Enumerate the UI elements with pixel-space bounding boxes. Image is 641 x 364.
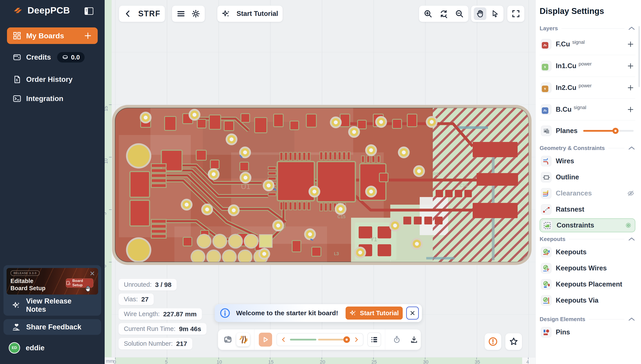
geometry-row-constraints[interactable]: Constraints [540, 218, 635, 232]
avatar: ED [9, 342, 20, 354]
clearances-icon [541, 188, 551, 198]
welcome-toast: Welcome to the starter kit board! Start … [215, 304, 422, 322]
fullscreen-button[interactable] [507, 6, 525, 22]
horizontal-ruler: mm 051015202530354 [105, 357, 535, 364]
next-solution-icon[interactable] [353, 337, 359, 342]
keepouts-row-placement[interactable]: Keepouts Placement [540, 276, 635, 292]
planes-opacity-slider[interactable] [583, 130, 633, 132]
solution-list-icon [370, 336, 378, 344]
zoom-out-icon[interactable] [455, 9, 464, 18]
chevron-up-icon[interactable] [628, 26, 635, 31]
sidebar-item-my-boards[interactable]: My Boards [7, 28, 98, 44]
layer-row-in1cu[interactable]: In1.Cu power [540, 55, 635, 77]
promo-close-icon[interactable]: ✕ [90, 270, 95, 277]
share-feedback-button[interactable]: Share Feedback [4, 319, 101, 335]
keepouts-row-all[interactable]: Keepouts [540, 244, 635, 260]
toast-message: Welcome to the starter kit board! [236, 309, 346, 317]
section-design-elements[interactable]: Design Elements [540, 314, 635, 324]
play-icon [262, 336, 269, 343]
keepouts-placement-icon [541, 279, 551, 290]
solution-slider[interactable] [277, 333, 364, 346]
chevron-up-icon[interactable] [628, 146, 635, 151]
refdes-label: U1 [241, 182, 250, 190]
issues-warning-button[interactable] [485, 333, 502, 350]
sparkle-icon [349, 309, 357, 317]
add-layer-rule-button[interactable] [627, 84, 634, 92]
prev-solution-icon[interactable] [281, 337, 287, 342]
geometry-row-clearances[interactable]: Clearances [540, 185, 635, 202]
keepouts-wires-icon [541, 263, 551, 274]
pan-hand-tool[interactable] [474, 8, 486, 20]
visibility-off-icon[interactable] [627, 190, 634, 197]
solution-list-button[interactable] [367, 332, 381, 347]
layer-row-fcu[interactable]: F.Cu signal [540, 33, 635, 55]
layer-row-in2cu[interactable]: In2.Cu power [540, 77, 635, 98]
warning-icon [488, 336, 498, 346]
pcb-canvas[interactable]: U1Y1C15C13R5L3 151050 mm 051015202530354… [105, 0, 535, 364]
toast-close-button[interactable] [406, 306, 419, 320]
refdes-label: C15 [337, 214, 346, 219]
promo-title: Editable Board Setup [11, 278, 46, 292]
highlight-sun-icon[interactable] [625, 222, 632, 229]
favorite-button[interactable] [505, 333, 522, 350]
geometry-row-ratsnest[interactable]: Ratsnest [540, 202, 635, 218]
solution-track[interactable] [290, 339, 350, 340]
add-board-icon[interactable] [84, 32, 92, 40]
user-account[interactable]: ED eddie [9, 342, 45, 354]
view-release-notes-button[interactable]: View Release Notes [4, 298, 101, 313]
close-icon [409, 310, 416, 316]
stopwatch-icon [393, 336, 401, 344]
release-promo-card: RELEASE 3.3.0 Editable Board Setup Board… [4, 265, 101, 316]
stat-solution-number: Solution Number:217 [118, 338, 192, 350]
sidebar-item-integration[interactable]: Integration [7, 91, 98, 106]
release-version-badge: RELEASE 3.3.0 [11, 270, 40, 276]
sidebar-item-credits[interactable]: Credits 0.0 [7, 50, 98, 65]
layer-fcu-icon [541, 39, 551, 50]
layer-row-bcu[interactable]: B.Cu signal [540, 98, 635, 120]
panel-scrollbar[interactable] [638, 26, 640, 87]
sidebar-item-order-history[interactable]: $ Order History [7, 72, 98, 87]
placement-icon [223, 334, 233, 344]
toast-start-tutorial-button[interactable]: Start Tutorial [346, 306, 403, 320]
solution-slider-knob[interactable] [343, 336, 350, 343]
section-keepouts[interactable]: Keepouts [540, 234, 635, 244]
credits-wallet-icon [13, 53, 21, 62]
deeppcb-logo-icon [12, 5, 24, 16]
geometry-row-outline[interactable]: Outline [540, 169, 635, 185]
zoom-in-icon[interactable] [423, 9, 433, 18]
routing-mode-button[interactable] [236, 333, 250, 346]
outline-icon [541, 172, 551, 182]
collapse-sidebar-icon[interactable] [85, 8, 93, 15]
add-layer-rule-button[interactable] [627, 62, 634, 70]
section-layers[interactable]: Layers [540, 23, 635, 33]
run-timer-button[interactable] [390, 332, 404, 347]
play-button[interactable] [259, 333, 272, 346]
keepouts-row-via[interactable]: Keepouts Via [540, 292, 635, 308]
add-layer-rule-button[interactable] [627, 106, 634, 114]
add-layer-rule-button[interactable] [627, 40, 634, 48]
keepouts-row-wires[interactable]: Keepouts Wires [540, 260, 635, 276]
planes-slider-knob[interactable] [612, 128, 618, 134]
design-row-pins[interactable]: Pins [540, 324, 635, 340]
zoom-reset-icon[interactable] [439, 9, 448, 18]
planes-row[interactable]: Planes [540, 120, 635, 141]
geometry-row-wires[interactable]: Wires [540, 153, 635, 169]
chevron-up-icon[interactable] [628, 236, 635, 242]
back-icon[interactable] [123, 9, 133, 18]
section-geometry[interactable]: Geometry & Constraints [540, 143, 635, 153]
info-icon [220, 308, 231, 318]
menu-icon[interactable] [176, 9, 185, 18]
fullscreen-icon [511, 9, 520, 18]
keepouts-via-icon [541, 295, 551, 306]
download-solution-button[interactable] [407, 332, 421, 347]
board-menu-group [172, 6, 205, 22]
stat-unrouted: Unrouted:3 / 98 [118, 279, 177, 291]
chevron-up-icon[interactable] [628, 316, 635, 322]
placement-mode-button[interactable] [223, 334, 234, 345]
start-tutorial-button[interactable]: Start Tutorial [217, 6, 283, 22]
credits-balance-badge: 0.0 [57, 52, 85, 62]
pins-icon [541, 327, 551, 338]
settings-gear-icon[interactable] [191, 9, 200, 18]
stat-vias: Vias:27 [118, 293, 154, 305]
select-cursor-tool[interactable] [490, 8, 501, 20]
